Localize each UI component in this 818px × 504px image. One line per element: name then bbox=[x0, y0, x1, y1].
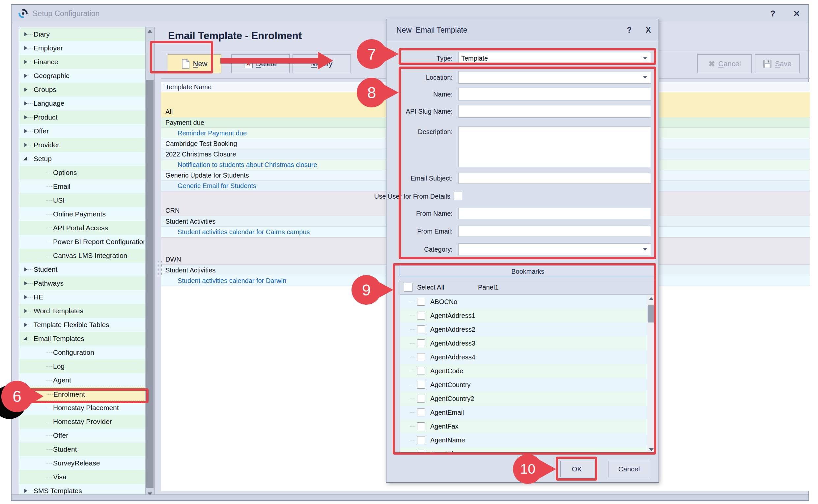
chevron-right-icon[interactable] bbox=[24, 489, 27, 493]
save-button-label: Save bbox=[775, 60, 791, 68]
sidebar-item-usi[interactable]: USI bbox=[19, 193, 146, 207]
annotation-rect-fields bbox=[399, 67, 656, 259]
sidebar-item-email[interactable]: Email bbox=[19, 180, 146, 193]
group-row-all[interactable]: All bbox=[165, 108, 173, 116]
window-title: Setup Configuration bbox=[33, 5, 99, 22]
chevron-expanded-icon[interactable] bbox=[23, 337, 27, 340]
dialog-title: New Email Template bbox=[396, 19, 467, 41]
sidebar-item-language[interactable]: Language bbox=[19, 97, 146, 110]
chevron-right-icon[interactable] bbox=[24, 88, 27, 92]
sidebar-item-word-templates[interactable]: Word Templates bbox=[19, 304, 146, 318]
sidebar-item-template-flexible-tables[interactable]: Template Flexible Tables bbox=[19, 318, 146, 332]
scrollbar-thumb[interactable] bbox=[146, 80, 154, 488]
sidebar-item-employer[interactable]: Employer bbox=[19, 41, 146, 55]
sidebar-item-online-payments[interactable]: Online Payments bbox=[19, 207, 146, 221]
window-bottom-edge bbox=[12, 494, 808, 500]
dialog-cancel-button[interactable]: Cancel bbox=[608, 461, 650, 477]
sidebar-item-offer-child[interactable]: Offer bbox=[19, 429, 146, 442]
chevron-right-icon[interactable] bbox=[24, 323, 27, 327]
sidebar-item-product[interactable]: Product bbox=[19, 110, 146, 124]
arrow-up-icon bbox=[148, 30, 152, 33]
save-button[interactable]: Save bbox=[755, 54, 800, 73]
sidebar-item-options[interactable]: Options bbox=[19, 166, 146, 180]
sidebar-item-configuration[interactable]: Configuration bbox=[19, 346, 146, 359]
group-label-dwn[interactable]: DWN bbox=[165, 256, 181, 263]
sidebar-item-student[interactable]: Student bbox=[19, 263, 146, 276]
window-close-button[interactable]: ✕ bbox=[789, 5, 804, 22]
chevron-right-icon[interactable] bbox=[24, 101, 27, 105]
sidebar-item-homestay-provider[interactable]: Homestay Provider bbox=[19, 415, 146, 429]
annotation-rect-new-button bbox=[150, 41, 213, 73]
scroll-up-button[interactable] bbox=[146, 27, 154, 35]
app-logo-icon bbox=[18, 9, 28, 18]
annotation-rect-enrolment bbox=[29, 388, 149, 403]
sidebar-item-api-portal-access[interactable]: API Portal Access bbox=[19, 221, 146, 235]
sidebar-item-visa[interactable]: Visa bbox=[19, 470, 146, 484]
page-title: Email Template - Enrolment bbox=[168, 30, 302, 42]
sidebar-item-offer[interactable]: Offer bbox=[19, 124, 146, 138]
sidebar-item-geographic[interactable]: Geographic bbox=[19, 69, 146, 83]
splitter-grip[interactable] bbox=[158, 261, 162, 276]
chevron-right-icon[interactable] bbox=[24, 267, 27, 271]
annotation-arrow bbox=[220, 58, 318, 64]
sidebar-scrollbar[interactable] bbox=[145, 27, 154, 498]
sidebar-item-student-child[interactable]: Student bbox=[19, 442, 146, 456]
window-help-button[interactable]: ? bbox=[766, 5, 780, 22]
sidebar-item-diary[interactable]: Diary bbox=[19, 27, 146, 41]
sidebar-item-canvas-lms-integration[interactable]: Canvas LMS Integration bbox=[19, 249, 146, 263]
chevron-right-icon[interactable] bbox=[24, 74, 27, 78]
sidebar-item-provider[interactable]: Provider bbox=[19, 138, 146, 152]
sidebar-item-he[interactable]: HE bbox=[19, 290, 146, 304]
sidebar-item-pathways[interactable]: Pathways bbox=[19, 276, 146, 290]
sidebar-item-groups[interactable]: Groups bbox=[19, 83, 146, 97]
chevron-right-icon[interactable] bbox=[24, 46, 27, 50]
sidebar-item-setup[interactable]: Setup bbox=[19, 152, 146, 166]
delete-button[interactable]: ✕ Delete bbox=[231, 54, 290, 73]
sidebar-panel: Diary Employer Finance Geographic Groups… bbox=[19, 27, 155, 498]
cancel-button[interactable]: ✖ Cancel bbox=[697, 54, 752, 73]
chevron-right-icon[interactable] bbox=[24, 281, 27, 285]
chevron-right-icon[interactable] bbox=[24, 295, 27, 299]
cancel-button-label: Cancel bbox=[718, 60, 741, 68]
annotation-rect-ok-button bbox=[556, 457, 597, 481]
dialog-titlebar: New Email Template ? X bbox=[386, 19, 659, 41]
sidebar-item-surveyrelease[interactable]: SurveyRelease bbox=[19, 456, 146, 470]
screenshot-canvas: Setup Configuration ? ✕ Diary Employer F… bbox=[0, 0, 818, 504]
sidebar-item-finance[interactable]: Finance bbox=[19, 55, 146, 69]
dialog-help-button[interactable]: ? bbox=[621, 19, 637, 41]
chevron-right-icon[interactable] bbox=[24, 115, 27, 119]
chevron-expanded-icon[interactable] bbox=[23, 157, 27, 160]
sidebar-item-agent[interactable]: Agent bbox=[19, 373, 146, 387]
dialog-close-button[interactable]: X bbox=[640, 19, 657, 41]
chevron-right-icon[interactable] bbox=[24, 32, 27, 36]
sidebar-item-email-templates[interactable]: Email Templates bbox=[19, 332, 146, 346]
sidebar-tree: Diary Employer Finance Geographic Groups… bbox=[19, 27, 146, 498]
chevron-right-icon[interactable] bbox=[24, 129, 27, 133]
annotation-arrow-head bbox=[318, 52, 333, 70]
sidebar-item-log[interactable]: Log bbox=[19, 359, 146, 373]
save-floppy-icon bbox=[763, 60, 772, 68]
chevron-right-icon[interactable] bbox=[24, 60, 27, 64]
annotation-rect-type-field bbox=[399, 48, 656, 65]
annotation-rect-bookmarks bbox=[393, 263, 656, 455]
cancel-x-icon: ✖ bbox=[708, 59, 715, 69]
group-label-crn[interactable]: CRN bbox=[165, 207, 180, 214]
chevron-right-icon[interactable] bbox=[24, 143, 27, 147]
sidebar-item-power-bi-report-configuration[interactable]: Power BI Report Configuration bbox=[19, 235, 146, 249]
chevron-right-icon[interactable] bbox=[24, 309, 27, 313]
